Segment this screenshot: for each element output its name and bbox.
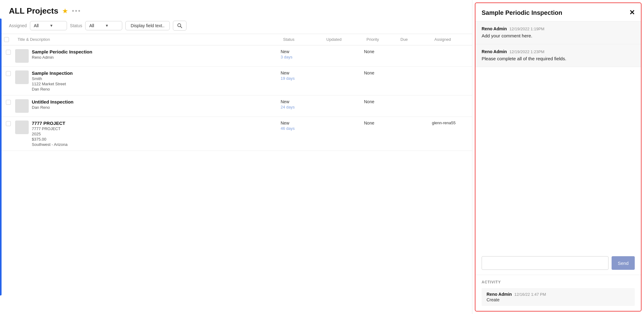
row-sub2: 2025 bbox=[32, 132, 68, 136]
status-cell: New 3 days bbox=[281, 49, 324, 59]
status-label: Status bbox=[70, 23, 82, 28]
detail-body: Reno Admin 12/19/2022 1:19PM Add your co… bbox=[475, 21, 641, 311]
status-select-value: All bbox=[89, 23, 102, 28]
row-sub3: $375.00 bbox=[32, 137, 68, 142]
status-select-arrow: ▼ bbox=[105, 23, 118, 28]
comment-time: 12/19/2022 1:19PM bbox=[509, 27, 544, 31]
detail-panel: Sample Periodic Inspection ✕ Reno Admin … bbox=[475, 2, 642, 312]
title-text-block: Sample Periodic Inspection Reno Admin bbox=[32, 49, 92, 60]
activity-meta: Reno Admin 12/16/22 1:47 PM bbox=[487, 292, 630, 297]
comment-input[interactable] bbox=[482, 256, 608, 270]
table-row[interactable]: Sample Periodic Inspection Reno Admin Ne… bbox=[2, 45, 472, 67]
status-main: New bbox=[281, 70, 324, 75]
status-cell: New 24 days bbox=[281, 99, 324, 109]
title-cell: Sample Periodic Inspection Reno Admin bbox=[15, 49, 281, 63]
table-area: Title & Description Status Updated Prior… bbox=[2, 34, 472, 314]
title-cell: 7777 PROJECT 7777 PROJECT 2025 $375.00 S… bbox=[15, 121, 281, 147]
priority-cell: None bbox=[364, 70, 398, 75]
more-options-icon[interactable]: ••• bbox=[72, 7, 81, 15]
status-cell: New 19 days bbox=[281, 70, 324, 81]
table-row[interactable]: Sample Inspection Smith 1122 Market Stre… bbox=[2, 67, 472, 95]
select-all-checkbox[interactable] bbox=[4, 37, 9, 42]
row-thumbnail bbox=[15, 99, 29, 113]
comment-input-area: Send bbox=[475, 251, 641, 275]
row-title: Untitled Inspection bbox=[32, 99, 73, 104]
row-thumbnail bbox=[15, 70, 29, 84]
col-title: Title & Description bbox=[15, 37, 281, 42]
header: ALL Projects ★ ••• Assigned All ▼ Status… bbox=[2, 0, 472, 34]
table-row[interactable]: Untitled Inspection Dan Reno New 24 days… bbox=[2, 95, 472, 117]
main-panel: ALL Projects ★ ••• Assigned All ▼ Status… bbox=[2, 0, 472, 314]
col-assigned: Assigned bbox=[432, 37, 472, 42]
detail-header: Sample Periodic Inspection ✕ bbox=[475, 3, 641, 21]
close-button[interactable]: ✕ bbox=[629, 9, 635, 17]
comment-text: Add your comment here. bbox=[482, 32, 635, 39]
row-title: Sample Periodic Inspection bbox=[32, 49, 92, 54]
row-checkbox-cell bbox=[2, 99, 15, 105]
assigned-cell: glenn-rena55 bbox=[432, 121, 472, 125]
star-icon[interactable]: ★ bbox=[62, 7, 68, 15]
row-sub3: Dan Reno bbox=[32, 87, 73, 91]
activity-block: Reno Admin 12/16/22 1:47 PM Create bbox=[482, 288, 635, 306]
row-checkbox[interactable] bbox=[6, 121, 11, 126]
table-header: Title & Description Status Updated Prior… bbox=[2, 34, 472, 45]
filter-row: Assigned All ▼ Status All ▼ Display fiel… bbox=[9, 21, 465, 31]
detail-title: Sample Periodic Inspection bbox=[482, 9, 562, 16]
status-select[interactable]: All ▼ bbox=[85, 21, 122, 30]
activity-text: Create bbox=[487, 297, 630, 302]
send-button[interactable]: Send bbox=[612, 256, 635, 270]
title-cell: Untitled Inspection Dan Reno bbox=[15, 99, 281, 113]
col-updated: Updated bbox=[324, 37, 364, 42]
status-main: New bbox=[281, 121, 324, 125]
col-checkbox bbox=[2, 37, 15, 42]
row-checkbox[interactable] bbox=[6, 50, 11, 55]
comment-block: Reno Admin 12/19/2022 1:19PM Add your co… bbox=[475, 21, 641, 44]
comment-meta: Reno Admin 12/19/2022 1:23PM bbox=[482, 49, 635, 54]
row-sub1: 7777 PROJECT bbox=[32, 126, 68, 131]
title-text-block: 7777 PROJECT 7777 PROJECT 2025 $375.00 S… bbox=[32, 121, 68, 147]
status-main: New bbox=[281, 49, 324, 54]
row-title: Sample Inspection bbox=[32, 70, 73, 76]
row-sub1: Smith bbox=[32, 76, 73, 81]
status-days: 3 days bbox=[281, 55, 324, 59]
status-days: 46 days bbox=[281, 126, 324, 131]
row-checkbox-cell bbox=[2, 121, 15, 126]
row-checkbox[interactable] bbox=[6, 71, 11, 76]
comment-time: 12/19/2022 1:23PM bbox=[509, 49, 544, 54]
col-due: Due bbox=[398, 37, 432, 42]
priority-cell: None bbox=[364, 99, 398, 104]
comment-author: Reno Admin bbox=[482, 49, 507, 54]
status-days: 19 days bbox=[281, 76, 324, 81]
priority-cell: None bbox=[364, 49, 398, 54]
row-checkbox[interactable] bbox=[6, 100, 11, 105]
row-checkbox-cell bbox=[2, 70, 15, 76]
assigned-label: Assigned bbox=[9, 23, 27, 28]
status-days: 24 days bbox=[281, 105, 324, 109]
col-status: Status bbox=[281, 37, 324, 42]
page-title: ALL Projects bbox=[9, 6, 58, 16]
activity-author: Reno Admin bbox=[487, 292, 512, 297]
comment-author: Reno Admin bbox=[482, 26, 507, 31]
assigned-select-value: All bbox=[34, 23, 47, 28]
table-row[interactable]: 7777 PROJECT 7777 PROJECT 2025 $375.00 S… bbox=[2, 117, 472, 151]
row-sub1: Dan Reno bbox=[32, 105, 73, 110]
search-button[interactable] bbox=[173, 21, 186, 31]
row-thumbnail bbox=[15, 121, 29, 134]
row-sub2: 1122 Market Street bbox=[32, 82, 73, 86]
priority-cell: None bbox=[364, 121, 398, 125]
activity-section: ACTIVITY Reno Admin 12/16/22 1:47 PM Cre… bbox=[475, 275, 641, 311]
title-text-block: Untitled Inspection Dan Reno bbox=[32, 99, 73, 110]
col-priority: Priority bbox=[364, 37, 398, 42]
row-title: 7777 PROJECT bbox=[32, 121, 68, 126]
header-title-row: ALL Projects ★ ••• bbox=[9, 6, 465, 16]
assigned-select-arrow: ▼ bbox=[50, 23, 63, 28]
comment-meta: Reno Admin 12/19/2022 1:19PM bbox=[482, 26, 635, 31]
comment-text: Please complete all of the required fiel… bbox=[482, 55, 635, 62]
row-thumbnail bbox=[15, 49, 29, 63]
status-cell: New 46 days bbox=[281, 121, 324, 131]
display-field-button[interactable]: Display field text.. bbox=[125, 21, 170, 30]
activity-section-label: ACTIVITY bbox=[482, 280, 635, 284]
assigned-select[interactable]: All ▼ bbox=[30, 21, 67, 30]
row-checkbox-cell bbox=[2, 49, 15, 55]
status-main: New bbox=[281, 99, 324, 104]
